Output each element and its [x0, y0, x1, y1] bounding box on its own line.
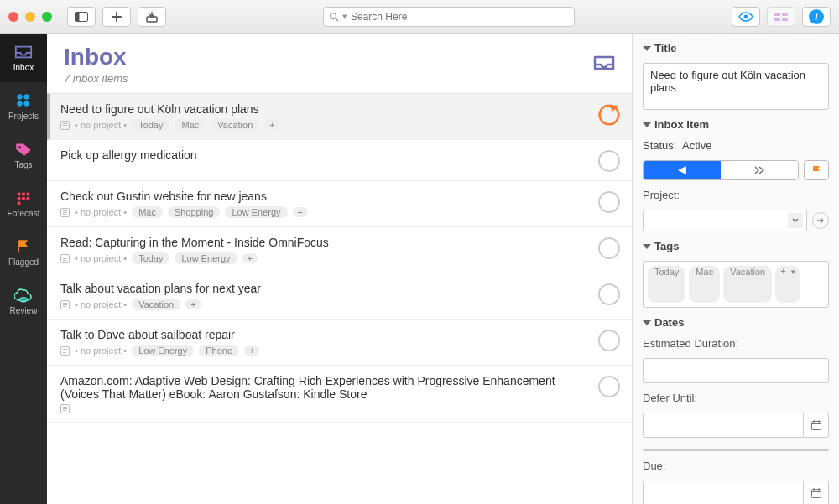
task-tag[interactable]: Vacation — [132, 299, 180, 310]
sidebar-item-projects[interactable]: Projects — [0, 82, 47, 131]
sidebar-item-flagged[interactable]: Flagged — [0, 228, 47, 277]
no-project-text: • no project • — [75, 120, 127, 130]
status-circle[interactable] — [598, 376, 620, 397]
close-window[interactable] — [8, 12, 18, 22]
search-input[interactable] — [351, 11, 569, 23]
task-row[interactable]: Talk about vacation plans for next year•… — [47, 273, 632, 320]
new-item-button[interactable] — [102, 7, 131, 27]
svg-rect-16 — [27, 192, 30, 195]
status-row: Status: Active — [643, 139, 829, 152]
due-field[interactable] — [643, 481, 804, 504]
task-tag[interactable]: Vacation — [211, 119, 259, 131]
add-tag-button[interactable]: + — [293, 207, 308, 217]
task-row[interactable]: Need to figure out Köln vacation plans• … — [47, 94, 632, 140]
defer-until-field[interactable] — [643, 413, 804, 438]
chevron-down-icon — [788, 213, 803, 228]
task-row[interactable]: Pick up allergy medication — [47, 140, 632, 181]
task-tag[interactable]: Mac — [132, 206, 163, 218]
inbox-icon — [14, 44, 33, 60]
calendar-icon — [810, 419, 822, 431]
sidebar-item-review[interactable]: Review — [0, 277, 47, 325]
goto-project-button[interactable] — [812, 212, 829, 229]
due-label: Due: — [643, 460, 829, 472]
task-tag[interactable]: Low Energy — [225, 206, 287, 218]
sidebar-label: Projects — [8, 112, 39, 121]
add-tag-button[interactable]: + — [244, 346, 259, 356]
main-header: Inbox 7 inbox items — [47, 34, 632, 94]
task-row[interactable]: Check out Gustin website for new jeans• … — [47, 181, 632, 227]
disclosure-icon — [643, 320, 651, 325]
svg-rect-17 — [18, 197, 21, 200]
status-circle[interactable] — [598, 104, 620, 126]
section-title[interactable]: Title — [643, 42, 829, 55]
notes-icon — [60, 300, 70, 309]
task-tag[interactable]: Shopping — [168, 206, 221, 218]
tags-field[interactable]: TodayMacVacation+ ▾ — [643, 261, 829, 308]
status-onhold-button[interactable] — [721, 161, 798, 179]
estimated-duration-field[interactable] — [643, 358, 829, 383]
svg-rect-14 — [18, 192, 21, 195]
status-circle[interactable] — [598, 330, 620, 351]
sidebar-label: Forecast — [8, 209, 40, 218]
task-tag[interactable]: Today — [132, 119, 169, 131]
minimize-window[interactable] — [25, 12, 35, 22]
svg-point-4 — [744, 14, 748, 18]
project-select[interactable] — [643, 210, 807, 231]
add-tag-button[interactable]: + ▾ — [775, 266, 800, 303]
section-dates[interactable]: Dates — [643, 316, 829, 329]
inspector-panel: Title Need to figure out Köln vacation p… — [633, 34, 839, 504]
task-tag[interactable]: Low Energy — [132, 345, 194, 356]
sidebar-label: Tags — [14, 160, 32, 169]
section-tags[interactable]: Tags — [643, 240, 829, 252]
status-active-button[interactable] — [644, 161, 721, 179]
task-row[interactable]: Read: Capturing in the Moment - Inside O… — [47, 227, 632, 273]
svg-point-21 — [19, 297, 28, 300]
quick-entry-button[interactable] — [138, 7, 166, 27]
status-circle[interactable] — [598, 150, 620, 172]
zoom-window[interactable] — [42, 12, 52, 22]
add-tag-button[interactable]: + — [185, 299, 201, 309]
layout-button[interactable] — [767, 7, 795, 27]
inspector-toggle-button[interactable]: i — [802, 7, 831, 27]
status-value: Active — [682, 139, 711, 152]
notes-icon — [60, 208, 70, 217]
section-inbox-item[interactable]: Inbox Item — [643, 118, 829, 131]
add-tag-button[interactable]: + — [242, 253, 258, 263]
svg-rect-5 — [774, 13, 780, 16]
inspector-tag[interactable]: Vacation — [723, 266, 772, 303]
status-circle[interactable] — [598, 191, 620, 213]
page-title: Inbox — [64, 44, 128, 70]
task-title: Pick up allergy medication — [60, 148, 590, 162]
search-icon — [329, 12, 339, 22]
main-panel: Inbox 7 inbox items Need to figure out K… — [47, 34, 633, 504]
task-row[interactable]: Amazon.com: Adaptive Web Design: Craftin… — [47, 366, 632, 423]
svg-point-11 — [17, 101, 22, 106]
title-field[interactable]: Need to figure out Köln vacation plans — [643, 63, 829, 110]
status-circle[interactable] — [598, 237, 620, 259]
search-field[interactable]: ▾ — [323, 7, 575, 27]
status-circle[interactable] — [598, 283, 620, 305]
project-label: Project: — [643, 189, 829, 201]
view-options-button[interactable] — [732, 7, 760, 27]
sidebar-item-forecast[interactable]: Forecast — [0, 179, 47, 228]
defer-calendar-button[interactable] — [804, 413, 829, 438]
task-tag[interactable]: Today — [132, 252, 169, 264]
flag-button[interactable] — [804, 160, 829, 180]
task-tag[interactable]: Mac — [175, 119, 206, 131]
sidebar: Inbox Projects Tags Forecast Flagged Rev… — [0, 34, 47, 504]
task-title: Need to figure out Köln vacation plans — [60, 102, 590, 116]
status-segmented-control[interactable] — [643, 160, 799, 180]
due-calendar-button[interactable] — [804, 481, 829, 504]
task-tag[interactable]: Low Energy — [175, 252, 237, 264]
sidebar-item-tags[interactable]: Tags — [0, 131, 47, 179]
add-tag-button[interactable]: + — [264, 120, 279, 130]
sidebar-item-inbox[interactable]: Inbox — [0, 34, 47, 82]
task-row[interactable]: Talk to Dave about sailboat repair• no p… — [47, 320, 632, 366]
inspector-tag[interactable]: Mac — [689, 266, 720, 303]
inspector-tag[interactable]: Today — [648, 266, 685, 303]
info-icon: i — [809, 9, 824, 24]
sidebar-label: Inbox — [13, 63, 34, 72]
toggle-sidebar-button[interactable] — [67, 7, 96, 27]
task-tag[interactable]: Phone — [199, 345, 239, 356]
review-icon — [14, 288, 33, 303]
